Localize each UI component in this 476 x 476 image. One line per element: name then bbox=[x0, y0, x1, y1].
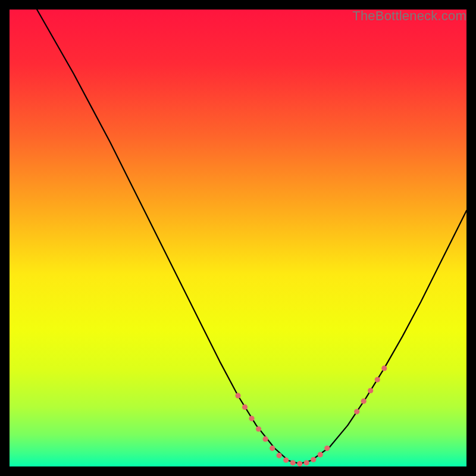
marker-dot bbox=[304, 460, 309, 465]
marker-dot bbox=[249, 416, 254, 421]
marker-dot bbox=[311, 457, 316, 462]
marker-dot bbox=[354, 409, 359, 414]
marker-dot bbox=[381, 365, 387, 371]
marker-dot bbox=[318, 452, 323, 457]
marker-dot bbox=[242, 405, 248, 410]
marker-dot bbox=[283, 458, 289, 463]
marker-dot bbox=[262, 436, 268, 441]
marker-dot bbox=[375, 377, 380, 382]
marker-dot bbox=[256, 426, 261, 431]
chart-frame: TheBottleneck.com bbox=[10, 10, 466, 466]
marker-dot bbox=[368, 388, 373, 393]
bottleneck-chart bbox=[10, 10, 466, 466]
marker-dot bbox=[297, 461, 302, 466]
marker-dot bbox=[277, 453, 282, 458]
marker-dot bbox=[235, 393, 240, 398]
marker-dot bbox=[324, 446, 330, 451]
marker-dot bbox=[270, 446, 275, 451]
watermark-text: TheBottleneck.com bbox=[352, 8, 466, 24]
marker-dot bbox=[361, 399, 367, 404]
marker-dot bbox=[290, 460, 296, 465]
